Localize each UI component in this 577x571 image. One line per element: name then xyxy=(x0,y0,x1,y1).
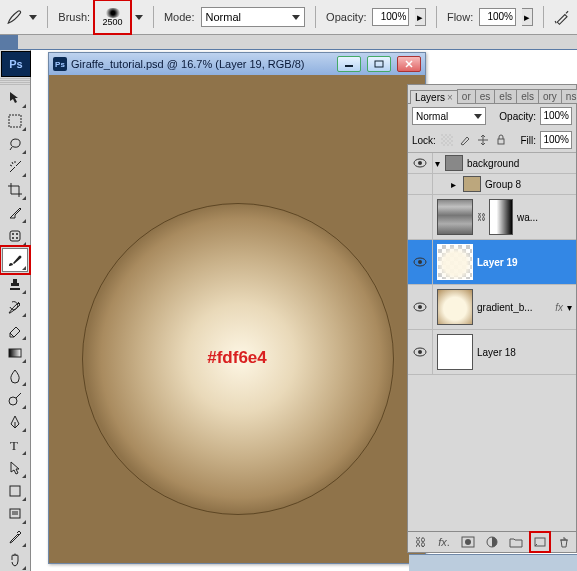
svg-rect-13 xyxy=(441,134,453,146)
lock-position-icon[interactable] xyxy=(476,133,490,147)
layer-name[interactable]: gradient_b... xyxy=(477,302,555,313)
crop-tool[interactable] xyxy=(3,179,27,201)
layer-thumbnail[interactable] xyxy=(437,199,473,235)
layer-name[interactable]: Layer 18 xyxy=(477,347,576,358)
layer-19[interactable]: Layer 19 xyxy=(408,240,576,285)
document-title: Giraffe_tutorial.psd @ 16.7% (Layer 19, … xyxy=(71,58,331,70)
path-select-tool[interactable] xyxy=(3,457,27,479)
visibility-toggle[interactable] xyxy=(408,195,433,239)
shape-tool[interactable] xyxy=(3,480,27,502)
visibility-toggle[interactable] xyxy=(408,240,433,284)
marquee-tool[interactable] xyxy=(3,110,27,132)
lock-all-icon[interactable] xyxy=(494,133,508,147)
fx-badge[interactable]: fx xyxy=(555,302,563,313)
slice-tool[interactable] xyxy=(3,202,27,224)
mask-link-icon[interactable]: ⛓ xyxy=(477,211,485,223)
tab-trunc-5[interactable]: ory xyxy=(538,89,562,103)
lock-transparency-icon[interactable] xyxy=(440,133,454,147)
eraser-tool[interactable] xyxy=(3,319,27,341)
layer-blend-dropdown[interactable]: Normal xyxy=(412,107,486,125)
layer-gradient-b[interactable]: gradient_b... fx ▾ xyxy=(408,285,576,330)
layer-18[interactable]: Layer 18 xyxy=(408,330,576,375)
blend-mode-dropdown[interactable]: Normal xyxy=(201,7,306,27)
chevron-down-icon xyxy=(474,114,482,119)
link-layers-icon[interactable]: ⛓ xyxy=(412,534,428,550)
healing-tool[interactable] xyxy=(3,225,27,247)
flow-input[interactable]: 100% xyxy=(479,8,516,26)
mode-label: Mode: xyxy=(164,11,195,23)
blur-tool[interactable] xyxy=(3,365,27,387)
maximize-button[interactable] xyxy=(367,56,391,72)
fx-disclosure-icon[interactable]: ▾ xyxy=(567,302,572,313)
layer-fx-icon[interactable]: fx. xyxy=(436,534,452,550)
svg-point-20 xyxy=(418,260,422,264)
lasso-tool[interactable] xyxy=(3,133,27,155)
layer-thumbnail[interactable] xyxy=(437,334,473,370)
tab-trunc-1[interactable]: or xyxy=(457,89,476,103)
tab-trunc-4[interactable]: els xyxy=(516,89,539,103)
layer-wa[interactable]: ⛓ wa... xyxy=(408,195,576,240)
new-layer-icon[interactable] xyxy=(532,534,548,550)
group-8[interactable]: ▸ Group 8 xyxy=(408,174,576,195)
pen-tool[interactable] xyxy=(3,411,27,433)
layer-thumbnail[interactable] xyxy=(437,244,473,280)
layer-name[interactable]: background xyxy=(467,158,576,169)
disclosure-triangle-icon[interactable]: ▸ xyxy=(451,179,459,190)
stamp-tool[interactable] xyxy=(3,273,27,295)
opacity-input[interactable]: 100% xyxy=(372,8,409,26)
svg-rect-9 xyxy=(10,486,20,496)
new-group-icon[interactable] xyxy=(508,534,524,550)
brush-tool-icon xyxy=(6,8,23,26)
layer-name[interactable]: Layer 19 xyxy=(477,257,576,268)
notes-tool[interactable] xyxy=(3,503,27,525)
brush-preset-dropdown[interactable] xyxy=(135,15,143,20)
visibility-toggle[interactable] xyxy=(408,330,433,374)
type-tool[interactable]: T xyxy=(3,434,27,456)
flow-flyout[interactable]: ▸ xyxy=(522,8,533,26)
svg-rect-0 xyxy=(9,115,21,127)
disclosure-triangle-icon[interactable]: ▾ xyxy=(433,158,441,169)
gradient-tool[interactable] xyxy=(3,342,27,364)
move-tool[interactable] xyxy=(3,87,27,109)
layers-panel-footer: ⛓ fx. xyxy=(408,531,576,552)
delete-layer-icon[interactable] xyxy=(556,534,572,550)
tab-trunc-3[interactable]: els xyxy=(494,89,517,103)
svg-rect-12 xyxy=(375,61,383,67)
wand-tool[interactable] xyxy=(3,156,27,178)
tab-trunc-6[interactable]: ns xyxy=(561,89,577,103)
dodge-tool[interactable] xyxy=(3,388,27,410)
airbrush-icon[interactable] xyxy=(554,8,571,26)
tab-layers[interactable]: Layers× xyxy=(410,90,458,104)
layer-thumbnail[interactable] xyxy=(437,289,473,325)
eyedropper-tool[interactable] xyxy=(3,526,27,548)
brush-preset-picker[interactable]: 2500 xyxy=(96,2,129,32)
lock-pixels-icon[interactable] xyxy=(458,133,472,147)
close-button[interactable] xyxy=(397,56,421,72)
layer-name[interactable]: Group 8 xyxy=(485,179,576,190)
layer-mask-icon[interactable] xyxy=(460,534,476,550)
group-background[interactable]: ▾ background xyxy=(408,153,576,174)
tab-trunc-2[interactable]: es xyxy=(475,89,496,103)
adjustment-layer-icon[interactable] xyxy=(484,534,500,550)
layer-fill-input[interactable]: 100% xyxy=(540,131,572,149)
visibility-toggle[interactable] xyxy=(408,153,433,173)
toolbox-grip[interactable] xyxy=(0,78,30,86)
history-brush-tool[interactable] xyxy=(3,296,27,318)
layers-panel: Layers× or es els els ory ns Normal Opac… xyxy=(407,84,577,553)
photoshop-logo-icon: Ps xyxy=(1,51,31,77)
hand-tool[interactable] xyxy=(3,549,27,571)
svg-point-2 xyxy=(12,233,14,235)
tool-preset-dropdown[interactable] xyxy=(29,15,37,20)
visibility-toggle[interactable] xyxy=(408,285,433,329)
document-titlebar[interactable]: Ps Giraffe_tutorial.psd @ 16.7% (Layer 1… xyxy=(49,53,425,76)
bottom-dock-strip xyxy=(409,554,577,571)
layer-opacity-input[interactable]: 100% xyxy=(540,107,572,125)
opacity-flyout[interactable]: ▸ xyxy=(415,8,426,26)
document-tab-active[interactable] xyxy=(0,35,18,49)
document-canvas[interactable]: #fdf6e4 xyxy=(49,75,425,563)
layer-name[interactable]: wa... xyxy=(517,212,576,223)
visibility-toggle[interactable] xyxy=(408,174,433,194)
brush-tool[interactable] xyxy=(2,248,28,272)
layer-mask-thumbnail[interactable] xyxy=(489,199,513,235)
minimize-button[interactable] xyxy=(337,56,361,72)
